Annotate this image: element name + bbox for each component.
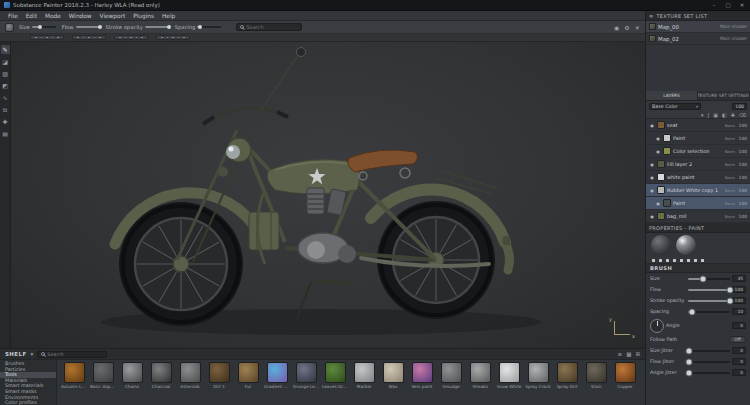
shelf-item[interactable]: Charcoal bbox=[148, 362, 174, 389]
shelf-search-input[interactable] bbox=[47, 352, 103, 357]
shelf-item[interactable]: Grunge Leak bbox=[293, 362, 319, 389]
visibility-eye-icon[interactable]: ● bbox=[649, 188, 655, 193]
tab-layers[interactable]: LAYERS bbox=[646, 91, 698, 100]
menu-item-help[interactable]: Help bbox=[158, 13, 179, 19]
slider-knob[interactable] bbox=[686, 348, 691, 353]
brush-slider-spacing[interactable]: Spacing10 bbox=[646, 306, 750, 317]
layer-opacity-field[interactable]: 100 bbox=[732, 103, 747, 110]
toolbar-search-input[interactable] bbox=[246, 24, 298, 30]
add-paint-layer-icon[interactable]: ✚ bbox=[731, 112, 735, 118]
texture-set-row[interactable]: Map_00Main shader bbox=[646, 21, 750, 33]
menu-item-viewport[interactable]: Viewport bbox=[96, 13, 130, 19]
shelf-item[interactable]: Dirt 1 bbox=[206, 362, 232, 389]
menu-item-edit[interactable]: Edit bbox=[22, 13, 41, 19]
layer-row[interactable]: ●Color selectionNorm100 bbox=[646, 145, 750, 158]
delete-layer-icon[interactable]: ⌫ bbox=[739, 112, 746, 118]
add-fill-layer-icon[interactable]: ◧ bbox=[722, 112, 727, 118]
shelf-item[interactable]: Gradient Linear bbox=[264, 362, 290, 389]
layer-row[interactable]: ●white paintNorm100 bbox=[646, 171, 750, 184]
slider-knob[interactable] bbox=[728, 287, 733, 292]
shelf-item[interactable]: Snow White bbox=[496, 362, 522, 389]
visibility-eye-icon[interactable]: ● bbox=[655, 136, 661, 141]
shelf-category-color-profiles[interactable]: Color profiles bbox=[0, 400, 56, 405]
shelf-item[interactable]: Chains bbox=[119, 362, 145, 389]
shelf-item[interactable]: Fur bbox=[235, 362, 261, 389]
shelf-item[interactable]: Copper bbox=[612, 362, 638, 389]
menu-item-file[interactable]: File bbox=[4, 13, 22, 19]
view-grid-icon[interactable]: ▦ bbox=[626, 351, 631, 357]
brush-slider-stroke-opacity[interactable]: Stroke opacity100 bbox=[646, 295, 750, 306]
shelf-item[interactable]: Asteroids bbox=[177, 362, 203, 389]
slider-knob[interactable] bbox=[728, 298, 733, 303]
shelf-item[interactable]: Wax bbox=[380, 362, 406, 389]
shelf-item[interactable]: Marble bbox=[351, 362, 377, 389]
add-folder-icon[interactable]: ▣ bbox=[713, 112, 718, 118]
camera-settings-icon[interactable]: ◉ bbox=[614, 24, 619, 31]
visibility-eye-icon[interactable]: ● bbox=[655, 201, 661, 206]
filter-icon[interactable]: ▾ bbox=[31, 351, 34, 357]
brush-slider-flow[interactable]: Flow100 bbox=[646, 284, 750, 295]
channel-basecolor-toggle[interactable] bbox=[652, 259, 655, 262]
channel-emissive-toggle[interactable] bbox=[694, 259, 697, 262]
viewport-3d[interactable]: x y bbox=[11, 42, 645, 348]
material-picker-tool[interactable]: ✚ bbox=[1, 117, 10, 126]
brush-slider-size-jitter[interactable]: Size Jitter0 bbox=[646, 345, 750, 356]
clone-tool[interactable]: ⧉ bbox=[1, 105, 10, 114]
angle-dial[interactable] bbox=[650, 319, 664, 333]
slider-knob[interactable] bbox=[98, 25, 102, 29]
slider-knob[interactable] bbox=[198, 25, 202, 29]
eraser-tool[interactable]: ◪ bbox=[1, 57, 10, 66]
brush-material-slot[interactable] bbox=[114, 35, 148, 40]
smudge-tool[interactable]: ∿ bbox=[1, 93, 10, 102]
layer-row[interactable]: ●PaintNorm100 bbox=[646, 132, 750, 145]
brush-slider-size[interactable]: Size35 bbox=[646, 273, 750, 284]
channel-metallic-toggle[interactable] bbox=[673, 259, 676, 262]
channel-opacity-toggle[interactable] bbox=[687, 259, 690, 262]
shelf-item[interactable]: Leaves Green bbox=[322, 362, 348, 389]
polygon-fill-tool[interactable]: ◩ bbox=[1, 81, 10, 90]
display-settings-icon[interactable]: ⚙ bbox=[624, 24, 629, 31]
slider-knob[interactable] bbox=[686, 359, 691, 364]
visibility-eye-icon[interactable]: ● bbox=[655, 149, 661, 154]
active-tool-preview[interactable] bbox=[5, 23, 14, 32]
slider-knob[interactable] bbox=[690, 309, 695, 314]
brush-alpha-slot[interactable] bbox=[30, 35, 64, 40]
visibility-eye-icon[interactable]: ● bbox=[649, 175, 655, 180]
shelf-item[interactable]: Autumn Leaf bbox=[61, 362, 87, 389]
channel-height-toggle[interactable] bbox=[659, 259, 662, 262]
stroke-profile-slot[interactable] bbox=[156, 35, 190, 40]
environment-icon[interactable]: ☀ bbox=[635, 24, 640, 31]
axis-gizmo[interactable]: x y bbox=[609, 318, 635, 340]
menu-item-plugins[interactable]: Plugins bbox=[129, 13, 158, 19]
channel-normal-toggle[interactable] bbox=[680, 259, 683, 262]
slider-knob[interactable] bbox=[38, 25, 42, 29]
layer-row[interactable]: ●seatNorm100 bbox=[646, 119, 750, 132]
channel-ao-toggle[interactable] bbox=[701, 259, 704, 262]
brush-slider-angle-jitter[interactable]: Angle Jitter0 bbox=[646, 367, 750, 378]
toolbar-flow-slider[interactable]: Flow bbox=[62, 24, 100, 30]
quick-mask-tool[interactable]: ▤ bbox=[1, 129, 10, 138]
maximize-button[interactable]: ▢ bbox=[724, 2, 732, 8]
material-sphere-shiny[interactable] bbox=[676, 235, 696, 255]
layer-row[interactable]: ●bag_rollNorm100 bbox=[646, 210, 750, 223]
menu-item-mode[interactable]: Mode bbox=[41, 13, 65, 19]
material-sphere-dark[interactable] bbox=[651, 235, 671, 255]
visibility-eye-icon[interactable]: ● bbox=[649, 123, 655, 128]
shelf-item[interactable]: Basic Asphalt bbox=[90, 362, 116, 389]
visibility-eye-icon[interactable]: ● bbox=[649, 162, 655, 167]
slider-knob[interactable] bbox=[700, 276, 705, 281]
menu-item-window[interactable]: Window bbox=[65, 13, 96, 19]
brush-slider-flow-jitter[interactable]: Flow Jitter0 bbox=[646, 356, 750, 367]
shelf-item[interactable]: Stain bbox=[583, 362, 609, 389]
shelf-item[interactable]: Smudge bbox=[438, 362, 464, 389]
toolbar-size-slider[interactable]: Size bbox=[19, 24, 56, 30]
dock-icon[interactable]: ⊞ bbox=[635, 351, 640, 357]
channel-roughness-toggle[interactable] bbox=[666, 259, 669, 262]
layer-row[interactable]: ●Rubber White copy 1Norm100 bbox=[646, 184, 750, 197]
toolbar-stroke-opacity-slider[interactable]: Stroke opacity bbox=[106, 24, 169, 30]
visibility-eye-icon[interactable]: ● bbox=[649, 214, 655, 219]
texture-set-row[interactable]: Map_02Main shader bbox=[646, 33, 750, 45]
slider-knob[interactable] bbox=[167, 25, 171, 29]
shelf-item[interactable]: Vein paint bbox=[409, 362, 435, 389]
paint-tool[interactable]: ✎ bbox=[1, 45, 10, 54]
